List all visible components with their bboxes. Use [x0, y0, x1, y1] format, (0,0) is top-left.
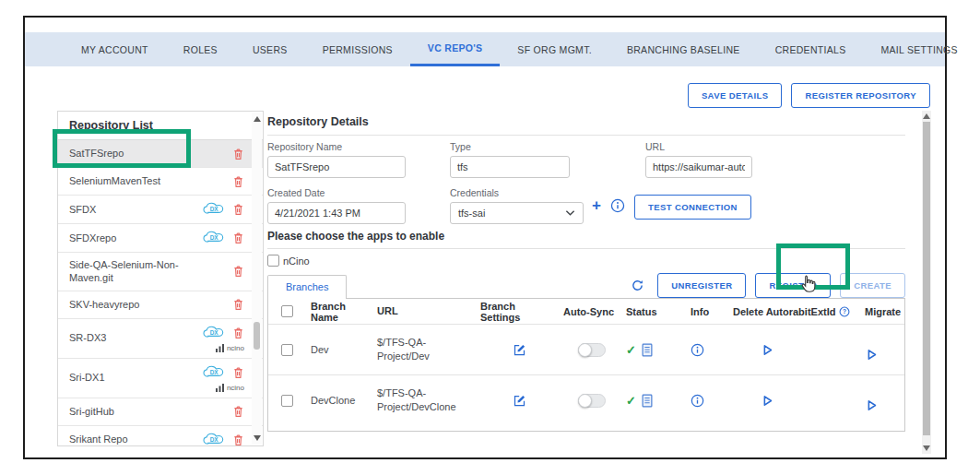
status-log-icon[interactable]	[642, 394, 653, 408]
nav-tab-branching-baseline[interactable]: BRANCHING BASELINE	[609, 32, 758, 66]
create-button[interactable]: CREATE	[840, 273, 905, 298]
branches-tab-row: Branches UNREGISTER REGISTER CREATE	[267, 272, 905, 298]
header-actions: SAVE DETAILS REGISTER REPOSITORY	[688, 83, 930, 108]
scroll-down-arrow-icon[interactable]	[254, 435, 261, 441]
add-credential-icon[interactable]: +	[592, 195, 601, 217]
branches-table-body: Dev $/TFS-QA-Project/Dev ✓	[268, 324, 904, 425]
help-circle-icon[interactable]: ?	[839, 306, 850, 317]
repository-list-item[interactable]: SFDX DX ncino	[58, 196, 263, 224]
branch-row-checkbox[interactable]	[281, 395, 293, 407]
main-scrollbar-thumb[interactable]	[923, 122, 930, 435]
status-ok-icon: ✓	[626, 343, 636, 357]
repository-details-panel: Repository Details Repository Name Type …	[267, 111, 905, 432]
nav-tab-permissions[interactable]: PERMISSIONS	[305, 32, 410, 66]
ncino-bars-icon	[216, 343, 225, 352]
select-all-checkbox[interactable]	[281, 305, 293, 317]
auto-sync-toggle[interactable]	[578, 343, 606, 357]
toggle-knob	[578, 343, 592, 357]
scroll-up-arrow-icon[interactable]	[254, 116, 261, 122]
svg-text:DX: DX	[210, 234, 219, 241]
delete-repository-icon[interactable]	[232, 203, 244, 216]
sidebar-scrollbar[interactable]	[252, 113, 262, 445]
header-info: Info	[679, 306, 727, 317]
refresh-icon[interactable]	[631, 279, 644, 292]
delete-repository-icon[interactable]	[232, 148, 244, 160]
delete-repository-icon[interactable]	[232, 265, 244, 278]
nav-tab-vc-repo-s[interactable]: VC REPO'S	[410, 32, 500, 66]
migrate-icon[interactable]	[867, 349, 877, 361]
url-input[interactable]	[645, 156, 752, 178]
repository-name-label: SatTFSrepo	[69, 147, 124, 160]
repository-name-label: SFDXrepo	[69, 232, 116, 244]
toggle-knob	[578, 394, 592, 408]
scroll-down-arrow-icon[interactable]	[923, 445, 930, 451]
svg-text:DX: DX	[210, 206, 219, 212]
delete-repository-icon[interactable]	[232, 433, 244, 446]
repository-list-title: Repository List	[58, 112, 263, 140]
repository-name-label: SFDX	[69, 203, 96, 216]
branch-settings-edit-icon[interactable]	[513, 394, 526, 408]
test-connection-button[interactable]: TEST CONNECTION	[634, 195, 751, 220]
ncino-checkbox[interactable]	[267, 255, 279, 267]
branches-table: Branch Name URL Branch Settings Auto-Syn…	[267, 298, 905, 432]
status-ok-icon: ✓	[626, 394, 636, 408]
nav-tab-my-account[interactable]: MY ACCOUNT	[64, 32, 166, 66]
repository-list-item[interactable]: Sri-gitHub DX ncino	[58, 398, 263, 426]
credentials-label: Credentials	[450, 187, 584, 198]
nav-tab-sf-org-mgmt-[interactable]: SF ORG MGMT.	[500, 32, 609, 66]
header-url: URL	[372, 304, 475, 318]
credentials-select[interactable]: tfs-sai	[450, 202, 584, 224]
repository-list-item[interactable]: SFDXrepo DX ncino	[58, 224, 263, 253]
repository-name-input[interactable]	[267, 156, 406, 178]
tab-branches[interactable]: Branches	[267, 275, 347, 299]
nav-tab-mail-settings[interactable]: MAIL SETTINGS	[863, 32, 974, 66]
sidebar-scrollbar-thumb[interactable]	[254, 322, 260, 350]
repository-name-label: SKV-heavyrepo	[69, 298, 139, 311]
svg-text:DX: DX	[210, 436, 219, 443]
repository-name-label: Sri-gitHub	[69, 405, 114, 418]
repository-list-item[interactable]: Srikant Repo DX ncino	[58, 426, 263, 446]
type-input[interactable]	[450, 156, 570, 178]
branch-settings-edit-icon[interactable]	[513, 343, 526, 357]
scroll-up-arrow-icon[interactable]	[923, 113, 930, 119]
branch-row-checkbox[interactable]	[281, 344, 293, 356]
top-nav: MY ACCOUNTROLESUSERSPERMISSIONSVC REPO'S…	[25, 32, 945, 66]
info-icon[interactable]	[691, 394, 704, 408]
register-button[interactable]: REGISTER	[755, 273, 831, 298]
repository-name-label: Repository Name	[267, 141, 406, 152]
main-scrollbar[interactable]	[922, 111, 931, 454]
status-log-icon[interactable]	[642, 343, 653, 357]
register-repository-button[interactable]: REGISTER REPOSITORY	[791, 83, 930, 108]
credentials-info-icon[interactable]	[610, 198, 625, 217]
delete-repository-icon[interactable]	[232, 405, 244, 418]
svg-text:?: ?	[843, 308, 846, 315]
ncino-checkbox-label: nCino	[283, 255, 310, 267]
info-icon[interactable]	[691, 343, 704, 357]
repository-list-item[interactable]: Sri-DX1 DX ncino	[58, 359, 263, 398]
repository-list-item[interactable]: SR-DX3 DX ncino	[58, 319, 263, 359]
delete-repository-icon[interactable]	[232, 175, 244, 188]
delete-autorabitextid-icon[interactable]	[762, 344, 773, 356]
nav-tab-subscriptions[interactable]: SUBSCRIPTIONS	[975, 32, 980, 66]
unregister-button[interactable]: UNREGISTER	[657, 273, 746, 298]
delete-repository-icon[interactable]	[232, 232, 244, 244]
repository-list-item[interactable]: Side-QA-Selenium-Non-Maven.git DX ncino	[58, 253, 263, 291]
branch-url-cell: $/TFS-QA-Project/Dev	[372, 336, 475, 363]
delete-repository-icon[interactable]	[232, 366, 244, 379]
repository-list-item[interactable]: SKV-heavyrepo DX ncino	[58, 291, 263, 319]
nav-tab-roles[interactable]: ROLES	[166, 32, 235, 66]
apps-enable-title: Please choose the apps to enable	[267, 224, 905, 248]
delete-repository-icon[interactable]	[232, 298, 244, 311]
migrate-icon[interactable]	[867, 399, 877, 411]
branch-url-cell: $/TFS-QA-Project/DevClone	[372, 386, 475, 414]
dx-cloud-icon: DX	[202, 230, 227, 246]
nav-tab-credentials[interactable]: CREDENTIALS	[758, 32, 864, 66]
save-details-button[interactable]: SAVE DETAILS	[688, 83, 783, 108]
nav-tab-users[interactable]: USERS	[235, 32, 305, 66]
repository-list-item[interactable]: SeleniumMavenTest DX ncino	[58, 168, 263, 196]
delete-autorabitextid-icon[interactable]	[762, 395, 773, 407]
repository-list-item[interactable]: SatTFSrepo DX ncino	[58, 140, 263, 168]
delete-repository-icon[interactable]	[232, 327, 244, 339]
auto-sync-toggle[interactable]	[578, 394, 606, 408]
created-date-input[interactable]	[267, 202, 406, 224]
